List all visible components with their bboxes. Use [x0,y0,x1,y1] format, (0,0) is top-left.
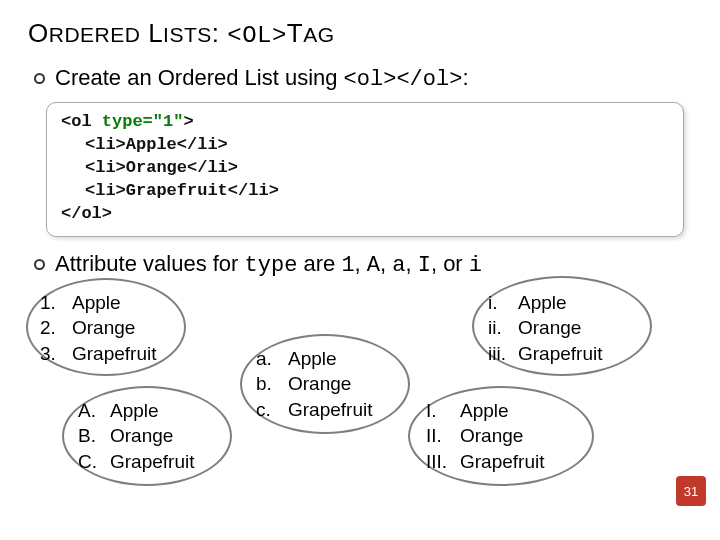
list-upper-roman: I.Apple II.Orange III.Grapefruit [426,398,544,475]
page-number: 31 [676,476,706,506]
list-decimal: 1.Apple 2.Orange 3.Grapefruit [40,290,156,367]
list-upper-alpha: A.Apple B.Orange C.Grapefruit [78,398,194,475]
bullet-attribute: Attribute values for type are 1, A, a, I… [34,251,692,278]
bullet-create: Create an Ordered List using <ol></ol>: [34,65,692,92]
lists-examples: 1.Apple 2.Orange 3.Grapefruit A.Apple B.… [28,288,692,498]
bullet-create-text: Create an Ordered List using <ol></ol>: [55,65,469,92]
code-block: <ol type="1"> <li>Apple</li> <li>Orange<… [46,102,684,237]
list-lower-roman: i.Apple ii.Orange iii.Grapefruit [488,290,602,367]
list-lower-alpha: a.Apple b.Orange c.Grapefruit [256,346,372,423]
bullet-icon [34,259,45,270]
bullet-icon [34,73,45,84]
slide-title: ORDERED LISTS: <OL>TAG [28,18,692,49]
bullet-attribute-text: Attribute values for type are 1, A, a, I… [55,251,482,278]
